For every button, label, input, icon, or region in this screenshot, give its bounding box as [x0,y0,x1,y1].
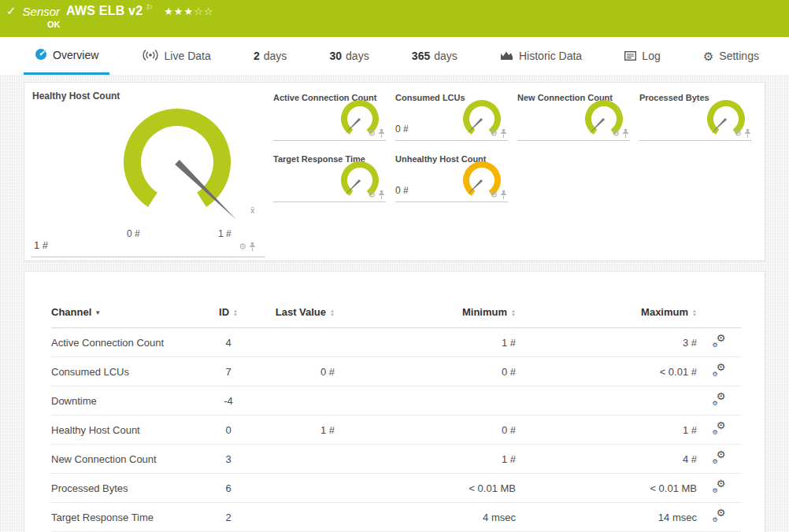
channel-name-cell[interactable]: Downtime [51,386,205,416]
channel-id-cell: -4 [205,386,252,416]
minimum-cell: 0 # [335,416,516,445]
sensor-title: AWS ELB v2 [66,4,143,18]
overview-gauges-panel: Healthy Host Count x̄ 0 # 1 # 1 # ⚙ Acti… [24,82,765,261]
tab-label: days [264,50,287,62]
channel-row: Healthy Host Count 0 1 # 0 # 1 # ⚙⚙ [51,416,741,445]
pin-icon[interactable] [378,190,385,199]
tab-log[interactable]: Log [613,37,671,75]
pin-icon[interactable] [744,129,751,138]
gauge-needle [175,160,236,220]
tab-2-days[interactable]: 2 days [243,37,298,75]
gauge-settings-gear-icon[interactable]: ⚙ [490,190,498,199]
gauge-tile-unhealthy-host-count: Unhealthy Host Count 0 # ⚙ [395,152,508,202]
maximum-cell: < 0.01 MB [516,474,697,503]
channel-settings-icon[interactable]: ⚙⚙ [713,335,726,347]
pin-icon[interactable] [249,242,256,251]
tab-number: 30 [330,50,343,62]
tab-historic-data[interactable]: Historic Data [489,37,593,75]
gauge-needle [345,118,361,134]
gauge-needle [467,118,483,134]
gauge-title: Active Connection Count [273,91,386,102]
gauge-settings-gear-icon[interactable]: ⚙ [612,129,620,138]
channel-id-cell: 3 [205,445,252,474]
channel-id-cell: 6 [205,474,252,503]
maximum-cell [516,386,697,416]
channel-row: Processed Bytes 6 < 0.01 MB < 0.01 MB ⚙⚙ [51,474,741,503]
tab-overview[interactable]: Overview [24,37,109,75]
gauge-arc [124,109,231,207]
column-header-channel[interactable]: Channel▼ [51,306,205,328]
stars-empty[interactable]: ☆☆ [194,6,213,17]
tab-bar: Overview Live Data 2 days 30 days 365 da… [0,37,789,75]
stars-filled[interactable]: ★★★ [164,6,194,17]
channel-settings-icon[interactable]: ⚙⚙ [713,364,726,376]
gauge-title: Target Response Time [273,152,386,164]
gauge-needle [345,179,361,195]
tab-label: Log [642,50,660,62]
channel-name-cell[interactable]: Active Connection Count [51,328,205,357]
channel-settings-icon[interactable]: ⚙⚙ [713,510,726,522]
gauge-settings-gear-icon[interactable]: ⚙ [490,129,498,138]
channel-id-cell: 7 [205,357,252,386]
gauge-tile-consumed-lcus: Consumed LCUs 0 # ⚙ [395,91,508,141]
maximum-cell: 1 # [516,416,697,445]
tab-number: 365 [412,50,430,62]
channel-name-cell[interactable]: Processed Bytes [51,474,205,503]
gauge-settings-gear-icon[interactable]: ⚙ [239,242,246,251]
column-label: Channel [51,306,91,318]
status-ok-check-icon: ✓ [6,4,17,18]
tab-365-days[interactable]: 365 days [401,37,469,75]
gauge-title: New Connection Count [517,91,630,102]
priority-stars[interactable]: ★★★☆☆ [164,6,213,17]
gauge-current-value: 0 # [395,124,409,135]
gauge-title: Processed Bytes [639,91,752,102]
last-value-cell [252,445,335,474]
gauge-title: Unhealthy Host Count [395,152,508,164]
gauge-settings-gear-icon[interactable]: ⚙ [368,129,376,138]
tab-label: Overview [53,49,98,61]
column-header-last-value[interactable]: Last Value▲▼ [252,306,335,328]
channel-name-cell[interactable]: Consumed LCUs [51,357,205,386]
primary-gauge-healthy-host-count: Healthy Host Count x̄ 0 # 1 # 1 # ⚙ [24,83,270,260]
gauge-settings-gear-icon[interactable]: ⚙ [368,190,376,199]
area-chart-icon [500,50,513,62]
channel-table-header-row: Channel▼ ID▲▼ Last Value▲▼ Minimum▲▼ Max… [51,306,741,328]
channel-name-cell[interactable]: New Connection Count [51,445,205,474]
channel-row: New Connection Count 3 1 # 4 # ⚙⚙ [51,445,741,474]
channel-id-cell: 0 [205,416,252,445]
channel-name-cell[interactable]: Healthy Host Count [51,416,205,445]
last-value-cell: 1 # [252,416,335,445]
gear-icon: ⚙ [703,50,713,62]
log-icon [624,50,636,62]
column-label: Last Value [276,306,326,318]
tab-30-days[interactable]: 30 days [319,37,380,75]
divider [31,257,265,257]
gauge-settings-gear-icon[interactable]: ⚙ [734,129,742,138]
channel-settings-icon[interactable]: ⚙⚙ [713,393,726,405]
column-header-minimum[interactable]: Minimum▲▼ [335,306,516,328]
tab-live-data[interactable]: Live Data [131,37,222,75]
column-header-maximum[interactable]: Maximum▲▼ [516,306,697,328]
gauge-title: Healthy Host Count [32,91,120,102]
pin-icon[interactable] [378,129,385,138]
last-value-cell [252,328,335,357]
tab-settings[interactable]: ⚙ Settings [692,37,770,75]
sort-toggle-icon: ▲▼ [233,309,238,317]
pin-icon[interactable] [622,129,629,138]
channel-name-cell[interactable]: Target Response Time [51,503,205,532]
channel-table: Channel▼ ID▲▼ Last Value▲▼ Minimum▲▼ Max… [51,306,741,532]
channel-settings-icon[interactable]: ⚙⚙ [713,481,726,493]
pin-icon[interactable] [500,129,507,138]
channel-settings-icon[interactable]: ⚙⚙ [713,423,726,434]
pin-icon[interactable] [500,190,507,199]
gauge-needle [467,179,483,195]
column-header-id[interactable]: ID▲▼ [205,306,252,328]
average-marker: x̄ [250,205,255,215]
object-kind-label: Sensor [23,5,61,18]
gauge-current-value: 1 # [34,239,48,251]
gauge-scale-min: 0 # [127,228,140,239]
channel-settings-icon[interactable]: ⚙⚙ [713,452,726,464]
last-value-cell [252,386,335,416]
gauge-needle [589,118,605,134]
minimum-cell: < 0.01 MB [335,474,516,503]
